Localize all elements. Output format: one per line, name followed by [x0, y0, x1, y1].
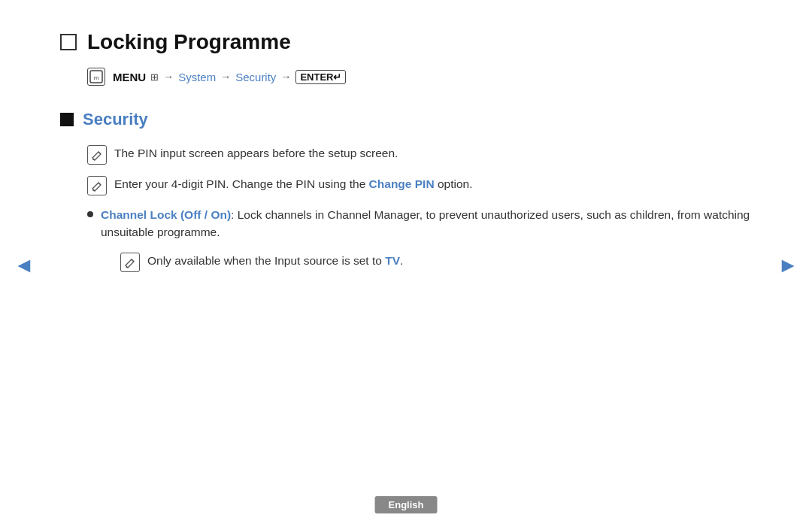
main-content: Locking Programme m MENU ⊞ → System → Se…	[0, 0, 812, 313]
bullet-dot-icon	[87, 211, 93, 217]
menu-label: MENU	[113, 71, 146, 83]
arrow-1: →	[163, 71, 174, 83]
pencil-icon-3	[120, 253, 140, 272]
section-heading-row: Security	[60, 110, 752, 129]
arrow-2: →	[220, 71, 231, 83]
svg-text:m: m	[94, 74, 99, 81]
note-text-1: The PIN input screen appears before the …	[114, 144, 398, 162]
channel-lock-link[interactable]: Channel Lock (Off / On)	[101, 208, 231, 221]
tv-link[interactable]: TV	[385, 254, 400, 267]
indented-note: Only available when the Input source is …	[120, 252, 752, 272]
language-badge[interactable]: English	[375, 496, 438, 513]
menu-security-link[interactable]: Security	[235, 71, 276, 83]
bullet-item: Channel Lock (Off / On): Lock channels i…	[87, 206, 752, 241]
menu-icon: m	[87, 68, 105, 86]
indented-note-text: Only available when the Input source is …	[147, 252, 403, 269]
menu-path: m MENU ⊞ → System → Security → ENTER↵	[87, 68, 752, 86]
indented-before: Only available when the Input source is …	[147, 254, 385, 267]
note-item-2: Enter your 4-digit PIN. Change the PIN u…	[87, 175, 752, 195]
arrow-3: →	[280, 71, 291, 83]
title-row: Locking Programme	[60, 30, 752, 54]
note2-after: option.	[435, 177, 473, 190]
indented-after: .	[400, 254, 403, 267]
heading-square-icon	[60, 113, 74, 126]
note-text-2: Enter your 4-digit PIN. Change the PIN u…	[114, 175, 472, 192]
bullet-text: Channel Lock (Off / On): Lock channels i…	[101, 206, 752, 241]
menu-grid-icon: ⊞	[150, 71, 159, 83]
note-item-1: The PIN input screen appears before the …	[87, 144, 752, 165]
page-title: Locking Programme	[87, 30, 291, 54]
enter-icon: ENTER↵	[295, 70, 346, 84]
note2-before: Enter your 4-digit PIN. Change the PIN u…	[114, 177, 369, 190]
change-pin-link[interactable]: Change PIN	[369, 177, 435, 190]
pencil-icon-1	[87, 145, 107, 165]
menu-system-link[interactable]: System	[178, 71, 216, 83]
section-heading: Security	[83, 110, 148, 129]
pencil-icon-2	[87, 176, 107, 195]
title-checkbox-icon	[60, 34, 77, 50]
